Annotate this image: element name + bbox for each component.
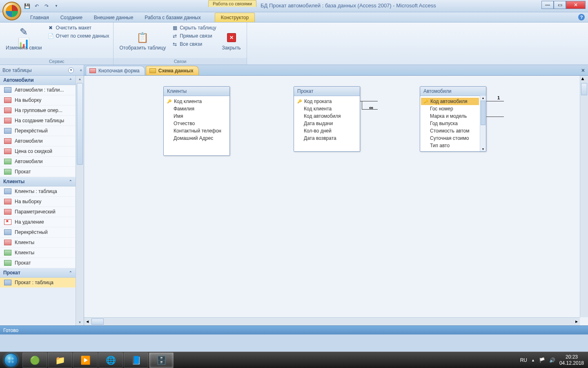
nav-item[interactable]: Автомобили bbox=[0, 157, 76, 167]
relationship-line[interactable] bbox=[484, 101, 504, 101]
canvas-hscrollbar[interactable]: ◀ ▶ bbox=[84, 317, 580, 325]
table-scrollbar[interactable]: ▲▼ bbox=[480, 96, 486, 151]
nav-item[interactable]: Клиенты bbox=[0, 238, 76, 248]
edit-relationships-button[interactable]: ✎📊 Изменить связи bbox=[3, 24, 44, 58]
table-field[interactable]: Код проката bbox=[295, 98, 359, 105]
clear-layout-button[interactable]: ✖Очистить макет bbox=[47, 24, 110, 31]
nav-scrollbar[interactable]: ▲ ▼ bbox=[76, 76, 84, 325]
nav-item[interactable]: Прокат bbox=[0, 167, 76, 177]
nav-group-header[interactable]: Прокат⌃ bbox=[0, 268, 76, 278]
qat-dropdown-icon[interactable]: ▼ bbox=[52, 2, 60, 10]
table-field[interactable]: Фамилия bbox=[165, 105, 229, 112]
table-field[interactable]: Дата возврата bbox=[295, 135, 359, 142]
tab-design[interactable]: Конструктор bbox=[215, 13, 255, 22]
close-button-ribbon[interactable]: ✕ Закрыть bbox=[219, 24, 243, 58]
scroll-down-icon[interactable]: ▼ bbox=[480, 147, 486, 151]
relationship-line[interactable] bbox=[362, 101, 362, 109]
table-title[interactable]: Прокат bbox=[294, 87, 360, 96]
table-field[interactable]: Имя bbox=[165, 112, 229, 120]
table-field[interactable]: Гос номер bbox=[421, 105, 479, 112]
redo-icon[interactable]: ↷ bbox=[42, 2, 51, 10]
hide-table-button[interactable]: ▦Скрыть таблицу bbox=[171, 24, 217, 31]
scroll-left-icon[interactable]: ◀ bbox=[84, 318, 91, 325]
nav-item[interactable]: На выборку bbox=[0, 197, 76, 207]
scroll-thumb[interactable] bbox=[77, 83, 83, 165]
taskbar-app-explorer[interactable]: 📁 bbox=[48, 352, 72, 368]
tab-database-tools[interactable]: Работа с базами данных bbox=[139, 13, 206, 22]
nav-item[interactable]: На создание таблицы bbox=[0, 116, 76, 126]
taskbar-app-bittorrent[interactable]: 🟢 bbox=[22, 352, 47, 368]
table-title[interactable]: Автомобили bbox=[420, 87, 486, 96]
doc-tab-schema[interactable]: Схема данных bbox=[146, 66, 199, 75]
office-button[interactable] bbox=[2, 2, 21, 20]
flag-icon[interactable]: 🏳️ bbox=[539, 357, 545, 363]
relationship-table[interactable]: АвтомобилиКод автомобиляГос номерМарка и… bbox=[420, 86, 486, 152]
nav-item[interactable]: На групповые опер... bbox=[0, 105, 76, 116]
table-field[interactable]: Код автомобиля bbox=[295, 112, 359, 120]
nav-item[interactable]: Перекрёстный bbox=[0, 126, 76, 136]
table-field[interactable]: Кол-во дней bbox=[295, 127, 359, 135]
tab-home[interactable]: Главная bbox=[24, 13, 55, 22]
minimize-button[interactable]: — bbox=[541, 1, 554, 9]
relationship-report-button[interactable]: 📄Отчет по схеме данных bbox=[47, 32, 110, 40]
taskbar-app-chrome[interactable]: 🌐 bbox=[98, 352, 123, 368]
nav-item[interactable]: Перекрёстный bbox=[0, 227, 76, 238]
nav-item[interactable]: Автомобили bbox=[0, 136, 76, 146]
table-field[interactable]: Год выпуска bbox=[421, 120, 479, 127]
close-button[interactable]: ✕ bbox=[566, 1, 586, 9]
table-title[interactable]: Клиенты bbox=[164, 87, 229, 96]
scroll-up-icon[interactable]: ▲ bbox=[76, 76, 84, 82]
relationship-table[interactable]: КлиентыКод клиентаФамилияИмяОтчествоКонт… bbox=[163, 86, 230, 156]
help-icon[interactable]: ? bbox=[578, 14, 585, 20]
table-field[interactable]: Домашний Адрес bbox=[165, 135, 229, 142]
table-field[interactable]: Код автомобиля bbox=[421, 98, 479, 105]
nav-item[interactable]: Прокат : таблица bbox=[0, 278, 76, 288]
close-tab-icon[interactable]: × bbox=[581, 67, 585, 74]
tray-arrow-icon[interactable]: ▲ bbox=[531, 358, 535, 362]
nav-item[interactable]: Клиенты : таблица bbox=[0, 186, 76, 197]
nav-item[interactable]: Клиенты bbox=[0, 248, 76, 258]
scroll-thumb[interactable] bbox=[481, 101, 486, 125]
scroll-thumb[interactable] bbox=[91, 319, 104, 325]
taskbar-app-media[interactable]: ▶️ bbox=[73, 352, 98, 368]
nav-item[interactable]: Цена со скидкой bbox=[0, 146, 76, 157]
table-field[interactable]: Контактный телефон bbox=[165, 127, 229, 135]
relationship-table[interactable]: ПрокатКод прокатаКод клиентаКод автомоби… bbox=[294, 86, 360, 152]
nav-dropdown-icon[interactable]: ▼ bbox=[68, 67, 74, 73]
taskbar-app-access[interactable]: 🗄️ bbox=[149, 352, 174, 368]
table-field[interactable]: Стоимость автом bbox=[421, 127, 479, 135]
nav-item[interactable]: Прокат bbox=[0, 258, 76, 268]
scroll-thumb[interactable] bbox=[581, 83, 587, 95]
nav-group-header[interactable]: Клиенты⌃ bbox=[0, 177, 76, 186]
nav-item[interactable]: На выборку bbox=[0, 95, 76, 105]
nav-item[interactable]: Автомобили : табли... bbox=[0, 85, 76, 95]
table-field[interactable]: Суточная стоимо bbox=[421, 135, 479, 142]
all-relationships-button[interactable]: ⇆Все связи bbox=[171, 40, 217, 48]
taskbar-app-word[interactable]: 📘 bbox=[124, 352, 148, 368]
save-icon[interactable]: 💾 bbox=[23, 2, 31, 10]
scroll-up-icon[interactable]: ▲ bbox=[480, 96, 486, 100]
scroll-down-icon[interactable]: ▼ bbox=[76, 319, 84, 325]
table-field[interactable]: Код клиента bbox=[295, 105, 359, 112]
start-button[interactable] bbox=[0, 352, 22, 368]
doc-tab-form[interactable]: Кнопочная форма bbox=[86, 66, 145, 75]
direct-relationships-button[interactable]: ⇄Прямые связи bbox=[171, 32, 217, 40]
clock[interactable]: 20:23 04.12.2018 bbox=[559, 354, 584, 366]
nav-item[interactable]: На удаление bbox=[0, 217, 76, 227]
nav-group-header[interactable]: Автомобили⌃ bbox=[0, 76, 76, 85]
nav-item[interactable]: Параметрический bbox=[0, 207, 76, 217]
table-field[interactable]: Отчество bbox=[165, 120, 229, 127]
table-field[interactable]: Дата выдачи bbox=[295, 120, 359, 127]
table-field[interactable]: Код клиента bbox=[165, 98, 229, 105]
tab-create[interactable]: Создание bbox=[55, 13, 88, 22]
nav-pane-header[interactable]: Все таблицы ▼ « bbox=[0, 65, 84, 76]
maximize-button[interactable]: ▭ bbox=[554, 1, 566, 9]
table-field[interactable]: Марка и модель bbox=[421, 112, 479, 120]
scroll-right-icon[interactable]: ▶ bbox=[573, 318, 580, 325]
show-table-button[interactable]: 📋 Отобразить таблицу bbox=[117, 24, 168, 58]
language-indicator[interactable]: RU bbox=[520, 357, 527, 363]
volume-icon[interactable]: 🔊 bbox=[549, 357, 555, 363]
canvas-vscrollbar[interactable]: ▲ ▼ bbox=[580, 76, 588, 317]
scroll-up-icon[interactable]: ▲ bbox=[580, 76, 588, 81]
table-field[interactable]: Тип авто bbox=[421, 142, 479, 149]
